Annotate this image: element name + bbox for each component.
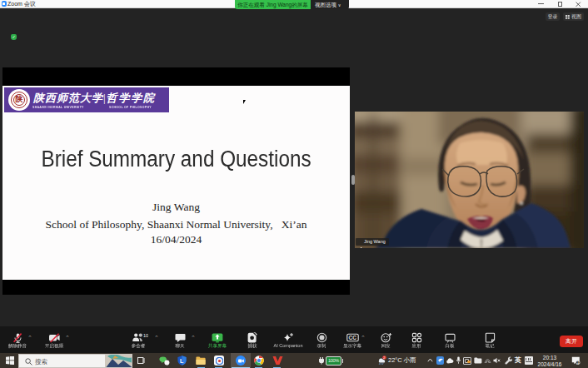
svg-text:1: 1 <box>577 361 580 365</box>
svg-text:10: 10 <box>143 333 148 338</box>
svg-text:L: L <box>180 358 184 364</box>
svg-text:CC: CC <box>349 335 357 341</box>
